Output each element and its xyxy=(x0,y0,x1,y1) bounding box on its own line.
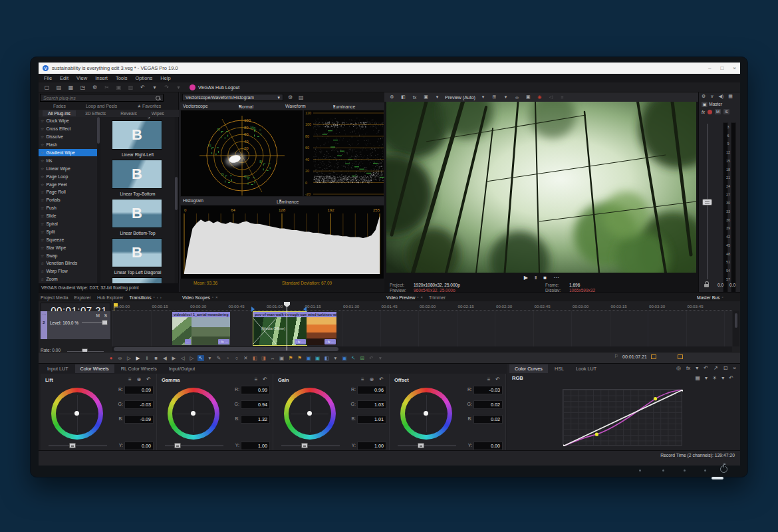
value-box-g[interactable]: 0.94 xyxy=(241,400,270,409)
value-box-r[interactable]: 0.96 xyxy=(357,386,386,394)
preview-more-button[interactable]: ⋯ xyxy=(553,275,559,281)
timeline-clip-aerial1[interactable]: videoblock⋯ xyxy=(172,312,192,345)
master-solo-button[interactable]: S xyxy=(723,109,729,114)
track-solo-button[interactable]: S xyxy=(104,313,107,318)
y-slider-handle[interactable] xyxy=(69,443,76,448)
close-icon[interactable]: × xyxy=(420,295,423,299)
plugin-item-zoom[interactable]: ☆Zoom xyxy=(39,275,100,283)
tab-loop-and-peels[interactable]: Loop and Peels xyxy=(80,103,122,109)
project-properties-gear-icon[interactable]: ⚙ xyxy=(91,84,98,90)
star-icon[interactable]: ☆ xyxy=(41,245,44,250)
star-icon[interactable]: ☆ xyxy=(41,182,44,187)
meter-layout-icon[interactable]: ▦ xyxy=(728,94,733,99)
dock-tab-video-scopes[interactable]: Video Scopes▫× xyxy=(182,295,217,300)
video-output-icon[interactable]: ▣ xyxy=(422,94,430,100)
selection-start-triangle[interactable] xyxy=(251,307,255,312)
tab-reveals[interactable]: Reveals xyxy=(115,110,142,116)
dock-tab-hub-explorer[interactable]: Hub Explorer xyxy=(97,295,124,300)
tab-fades[interactable]: Fades xyxy=(48,103,71,109)
scope-selector[interactable]: Vectorscope/Waveform/Histogram ▾ xyxy=(182,94,283,101)
master-mute-button[interactable]: M xyxy=(715,109,721,114)
timeline-vscrollbar[interactable] xyxy=(733,311,739,346)
prev-frame-button[interactable]: ◁ xyxy=(180,355,186,361)
mixer-button[interactable]: ◧ xyxy=(323,355,330,361)
y-slider-handle[interactable] xyxy=(301,443,308,448)
maximize-button[interactable]: □ xyxy=(720,65,723,71)
star-icon[interactable]: ☆ xyxy=(41,174,44,179)
selection-box-tool-button[interactable]: ▫ xyxy=(225,355,231,361)
dock-tab-master-bus[interactable]: Master Bus▫ xyxy=(697,295,723,300)
prev-tab-icon[interactable]: ‹ xyxy=(157,295,158,299)
render-as-icon[interactable]: ◳ xyxy=(79,84,86,90)
lock-icon[interactable] xyxy=(704,284,709,287)
pin-icon[interactable]: ▫ xyxy=(417,295,418,299)
grid-dropdown-icon[interactable]: ▾ xyxy=(502,94,509,100)
scope-layout-icon[interactable]: ▤ xyxy=(299,94,304,100)
star-icon[interactable]: ☆ xyxy=(41,269,44,273)
star-icon[interactable]: ☆ xyxy=(41,134,44,139)
star-icon[interactable]: ☆ xyxy=(41,237,44,242)
next-tab-icon[interactable]: › xyxy=(160,295,162,299)
scope-settings-gear-icon[interactable]: ⚙ xyxy=(288,94,293,100)
plugin-item-swap[interactable]: ☆Swap xyxy=(39,251,100,259)
plugin-item-cross-effect[interactable]: ☆Cross Effect xyxy=(39,125,100,133)
plugin-item-clock-wipe[interactable]: ☆Clock Wipe xyxy=(39,117,100,125)
value-box-b[interactable]: 1.01 xyxy=(357,415,386,424)
y-slider-handle[interactable] xyxy=(418,443,424,448)
loop-playback-button[interactable]: ∞ xyxy=(117,355,124,361)
timeline-ruler[interactable]: 00:00:0000:00:1500:00:3000:00:4500:01:00… xyxy=(112,303,732,311)
dock-tab-video-preview[interactable]: Video Preview▫× xyxy=(386,295,423,300)
curves-tab-hsl[interactable]: HSL xyxy=(549,364,569,373)
menu-help[interactable]: Help xyxy=(160,75,170,81)
value-box-b[interactable]: 1.32 xyxy=(241,415,270,424)
plugin-item-gradient-wipe[interactable]: ☆Gradient Wipe xyxy=(39,149,100,157)
preset-scrollbar[interactable] xyxy=(175,177,178,210)
save-project-icon[interactable]: ▦ xyxy=(67,84,74,90)
master-record-icon[interactable] xyxy=(708,110,712,114)
pop-out-icon[interactable]: ↗ xyxy=(713,365,718,371)
curve-undo-icon[interactable]: ↶ xyxy=(729,375,733,381)
quality-dropdown-icon[interactable]: ▾ xyxy=(479,94,487,100)
vscroll-thumb[interactable] xyxy=(735,313,737,328)
preview-stop-button[interactable]: ■ xyxy=(543,275,547,281)
plugin-list-scrollbar[interactable] xyxy=(97,117,100,144)
star-icon[interactable]: ☆ xyxy=(41,118,44,123)
pause-button[interactable]: ‖ xyxy=(144,355,150,361)
plugin-item-warp-flow[interactable]: ☆Warp Flow xyxy=(39,267,100,275)
next-frame-button[interactable]: ▷ xyxy=(189,355,195,361)
y-slider-handle[interactable] xyxy=(174,443,181,448)
star-icon[interactable]: ☆ xyxy=(41,261,44,265)
track-level-handle[interactable] xyxy=(102,320,108,325)
plugin-item-page-roll[interactable]: ☆Page Roll xyxy=(39,188,100,196)
loop-region-icon[interactable] xyxy=(651,354,656,359)
clip-buttons[interactable]: ▫ fx ⋯ xyxy=(218,339,229,344)
preview-play-button[interactable]: ▶ xyxy=(524,275,528,281)
preset-thumb-tb[interactable]: Β xyxy=(112,199,162,228)
tab-wipes[interactable]: Wipes xyxy=(146,110,170,116)
undo-icon[interactable]: ↶ xyxy=(379,376,384,382)
pin-icon[interactable]: ▫ xyxy=(212,295,213,299)
video-fx-icon[interactable]: fx xyxy=(411,95,418,100)
wheel-center-dot[interactable] xyxy=(74,411,79,416)
zoom-tool-button[interactable]: ○ xyxy=(233,355,240,361)
star-icon[interactable]: ☆ xyxy=(41,229,44,234)
value-box-r[interactable]: 0.09 xyxy=(124,386,154,394)
vectorscope-mode[interactable]: Normal ▾ xyxy=(239,104,241,109)
power-button-icon[interactable] xyxy=(720,466,727,473)
vegas-hub-button[interactable]: VEGAS Hub Logout xyxy=(190,84,239,90)
close-button[interactable]: × xyxy=(733,65,736,71)
plugin-item-venetian-blinds[interactable]: ☆Venetian Blinds xyxy=(39,259,100,267)
star-icon[interactable]: ☆ xyxy=(41,166,44,171)
dock-tab-explorer[interactable]: Explorer xyxy=(74,295,91,300)
plugin-item-portals[interactable]: ☆Portals xyxy=(39,196,100,204)
master-gear-icon[interactable]: ⚙ xyxy=(702,94,706,99)
color-wheel-gain[interactable] xyxy=(284,388,336,440)
curves-tab-look-lut[interactable]: Look LUT xyxy=(571,364,602,373)
star-icon[interactable]: ☆ xyxy=(41,198,44,202)
split-button[interactable]: ✕ xyxy=(243,355,249,361)
timeline-clip-aerial2[interactable]: 1_aerial-meandering▫ fx ⋯ xyxy=(192,312,230,345)
value-box-b[interactable]: 0.02 xyxy=(473,415,503,424)
color-wheel-gamma[interactable] xyxy=(168,388,219,440)
stop-button[interactable]: ■ xyxy=(153,355,160,361)
star-icon[interactable]: ☆ xyxy=(41,253,44,258)
